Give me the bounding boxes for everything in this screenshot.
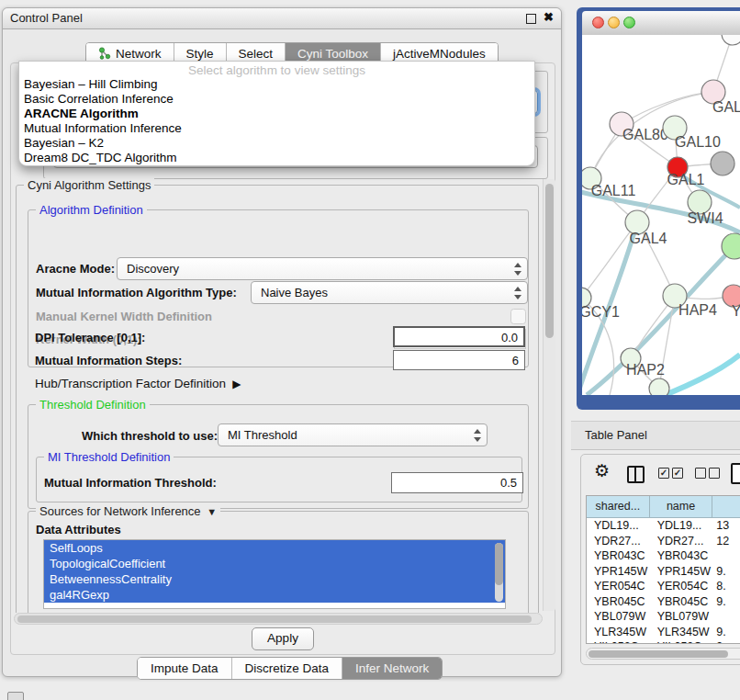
table-cell[interactable]: YDL19... <box>587 518 650 534</box>
threshold-definition-title: Threshold Definition <box>36 398 150 412</box>
attribute-item[interactable]: BetweennessCentrality <box>44 571 505 587</box>
table-cell[interactable]: YBL079W <box>587 609 650 625</box>
control-panel-window: Control Panel ✖ Network Style Select Cyn… <box>2 7 562 677</box>
column-header[interactable]: name <box>650 496 713 518</box>
select-all-checkbox-icon[interactable]: ✓ <box>658 468 669 479</box>
which-threshold-combobox[interactable]: MI Threshold <box>218 423 488 446</box>
table-row[interactable]: YLR345WYLR345W9. <box>587 625 740 640</box>
table-cell[interactable]: 9. <box>712 564 740 580</box>
table-cell[interactable]: 9. <box>712 625 740 640</box>
close-panel-icon[interactable]: ✖ <box>544 10 554 24</box>
table-cell[interactable]: YBR045C <box>650 594 713 610</box>
algorithm-option-highlighted[interactable]: ARACNE Algorithm <box>19 107 534 121</box>
table-row[interactable]: YBR043CYBR043C <box>587 548 740 564</box>
column-header[interactable]: shared... <box>587 496 650 518</box>
algorithm-option[interactable]: Dream8 DC_TDC Algorithm <box>19 151 534 165</box>
control-panel-titlebar[interactable]: Control Panel ✖ <box>3 8 561 29</box>
scrollbar-thumb[interactable] <box>589 650 728 658</box>
table-cell[interactable]: YBR043C <box>650 548 713 564</box>
table-cell[interactable]: YDR27... <box>650 534 713 549</box>
gear-icon[interactable]: ⚙ <box>594 462 610 480</box>
dpi-tolerance-field[interactable]: 0.0 <box>393 326 525 347</box>
settings-scroll-viewport: Cyni Algorithm Settings Algorithm Defini… <box>12 175 543 613</box>
attribute-item[interactable]: TopologicalCoefficient <box>44 556 505 571</box>
settings-horizontal-scrollbar[interactable] <box>14 613 543 625</box>
table-row[interactable]: YBL079WYBL079W <box>587 609 740 625</box>
network-window-titlebar[interactable] <box>582 11 740 36</box>
table-cell[interactable]: YIL052C <box>587 639 650 644</box>
attribute-item[interactable]: gal4RGexp <box>44 587 505 603</box>
table-cell[interactable]: 9 <box>712 639 740 644</box>
mi-algorithm-type-combobox[interactable]: Naive Bayes <box>251 281 528 304</box>
mi-steps-label: Mutual Information Steps: <box>35 354 182 367</box>
sources-group-title[interactable]: Sources for Network Inference ▼ <box>36 504 220 518</box>
attribute-list-scrollbar[interactable] <box>495 543 503 602</box>
tab-discretize-data[interactable]: Discretize Data <box>232 658 343 679</box>
table-cell[interactable]: 12 <box>712 534 740 549</box>
network-edge[interactable] <box>665 355 740 395</box>
settings-vertical-scrollbar[interactable] <box>543 179 555 611</box>
table-cell[interactable]: YBL079W <box>650 609 713 625</box>
network-node[interactable] <box>649 378 669 395</box>
algorithm-option[interactable]: Basic Correlation Inference <box>19 92 534 107</box>
document-icon[interactable] <box>731 463 740 484</box>
table-cell[interactable]: YDR27... <box>587 534 650 549</box>
table-panel-header[interactable]: Table Panel <box>571 421 740 450</box>
algorithm-option[interactable]: Bayesian – Hill Climbing <box>19 77 534 92</box>
network-tab-icon <box>98 47 111 60</box>
attribute-item[interactable]: SelfLoops <box>44 540 505 556</box>
table-cell[interactable]: YLR345W <box>650 625 713 640</box>
scrollbar-thumb[interactable] <box>495 543 503 585</box>
table-cell[interactable]: YLR345W <box>587 625 650 640</box>
apply-button[interactable]: Apply <box>252 627 314 650</box>
aracne-mode-combobox[interactable]: Discovery <box>117 257 528 280</box>
table-cell[interactable]: YIL052C <box>650 639 713 644</box>
node-table: shared... name YDL19...YDL19...13YDR27..… <box>586 495 740 644</box>
table-cell[interactable]: YER054C <box>650 579 713 594</box>
table-cell[interactable]: YBR043C <box>587 548 650 564</box>
hub-tf-definition-toggle[interactable]: Hub/Transcription Factor Definition ▶ <box>35 377 241 390</box>
table-row[interactable]: YDR27...YDR27...12 <box>587 534 740 549</box>
tab-infer-network[interactable]: Infer Network <box>342 658 442 679</box>
tab-impute-data[interactable]: Impute Data <box>138 658 232 679</box>
table-cell[interactable] <box>712 548 740 564</box>
column-header[interactable] <box>712 496 740 518</box>
close-traffic-light-icon[interactable] <box>592 17 604 28</box>
table-row[interactable]: YPR145WYPR145W9. <box>587 564 740 580</box>
columns-icon[interactable] <box>627 466 645 483</box>
mi-steps-field[interactable]: 6 <box>393 350 525 370</box>
table-cell[interactable]: YER054C <box>587 579 650 594</box>
network-canvas[interactable]: GALGAL80GAL10GAL1GAL11SWI4GAL4GCY1HAP4YH… <box>582 35 740 395</box>
table-cell[interactable]: 8. <box>712 579 740 594</box>
table-horizontal-scrollbar[interactable] <box>586 648 740 660</box>
table-cell[interactable] <box>712 609 740 625</box>
table-row[interactable]: YER054CYER054C8. <box>587 579 740 594</box>
zoom-traffic-light-icon[interactable] <box>623 17 635 28</box>
table-row[interactable]: YBR045CYBR045C9. <box>587 594 740 610</box>
table-cell[interactable]: YBR045C <box>587 594 650 610</box>
mi-threshold-definition-title: MI Threshold Definition <box>44 450 174 464</box>
table-row[interactable]: YDL19...YDL19...13 <box>587 518 740 534</box>
network-view-window[interactable]: GALGAL80GAL10GAL1GAL11SWI4GAL4GCY1HAP4YH… <box>577 7 740 410</box>
table-cell[interactable]: YPR145W <box>650 564 713 580</box>
network-node-label: GCY1 <box>582 304 620 320</box>
manual-kernel-width-checkbox[interactable] <box>510 309 526 324</box>
collapsed-panel-icon[interactable] <box>7 692 24 700</box>
algorithm-option[interactable]: Bayesian – K2 <box>19 136 534 151</box>
scrollbar-thumb[interactable] <box>545 184 554 338</box>
table-cell[interactable]: 9. <box>712 594 740 610</box>
minimize-traffic-light-icon[interactable] <box>608 17 620 28</box>
table-cell[interactable]: 13 <box>712 518 740 534</box>
select-all-checkbox-icon[interactable]: ✓ <box>672 468 683 479</box>
network-node[interactable] <box>711 152 734 175</box>
network-node[interactable] <box>722 35 740 45</box>
scrollbar-thumb[interactable] <box>17 615 532 623</box>
table-cell[interactable]: YDL19... <box>650 518 713 534</box>
algorithm-option[interactable]: Mutual Information Inference <box>19 121 534 136</box>
deselect-all-checkbox-icon[interactable] <box>695 468 706 479</box>
table-cell[interactable]: YPR145W <box>587 564 650 580</box>
deselect-all-checkbox-icon[interactable] <box>709 468 720 479</box>
table-row[interactable]: YIL052CYIL052C9 <box>587 639 740 644</box>
mi-threshold-field[interactable]: 0.5 <box>391 472 523 493</box>
float-window-icon[interactable] <box>526 14 536 24</box>
